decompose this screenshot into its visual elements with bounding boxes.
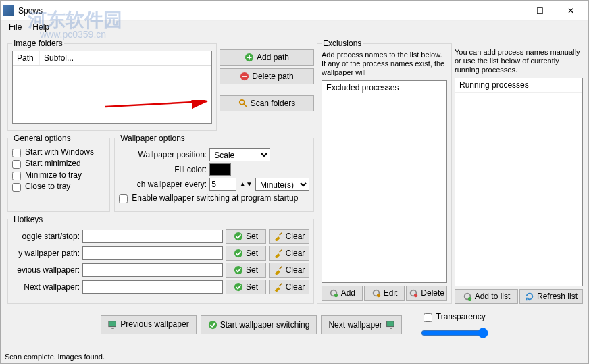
hk-copy-set[interactable]: Set [226,246,266,261]
exclusions-desc: Add process names to the list below. If … [322,51,447,78]
general-options-group: General options Start with Windows Start… [7,134,110,212]
svg-point-14 [414,293,417,296]
hk-copy-input[interactable] [82,246,223,260]
hk-toggle-label: oggle start/stop: [12,232,80,241]
col-path[interactable]: Path [13,51,40,65]
running-desc: You can add process names manually or us… [455,48,583,75]
close-button[interactable]: ✕ [555,1,586,20]
status-bar: Scan complete. images found. [1,351,588,363]
general-legend: General options [12,134,72,143]
broom-icon [274,282,283,292]
hk-toggle-set[interactable]: Set [226,229,266,244]
svg-rect-17 [109,321,116,327]
hotkeys-group: Hotkeys oggle start/stop: Set Clear y wa… [7,215,314,304]
monitor-prev-icon [108,320,118,330]
maximize-button[interactable]: ☐ [525,1,555,20]
check-icon [234,282,243,292]
svg-point-7 [234,266,242,274]
monitor-next-icon [385,320,394,330]
plus-icon [245,53,254,62]
running-group: You can add process names manually or us… [455,38,583,304]
interval-spinner[interactable] [209,178,236,191]
svg-point-18 [209,321,217,329]
add-path-button[interactable]: Add path [220,49,314,66]
app-icon [3,5,14,16]
hk-prev-input[interactable] [82,263,223,277]
titlebar: Spews ─ ☐ ✕ [1,1,588,21]
check-icon [234,232,243,241]
enable-startup-checkbox[interactable] [119,194,128,203]
excl-add-button[interactable]: Add [322,286,363,301]
start-switching-button[interactable]: Start wallpaper switching [201,315,317,334]
svg-point-5 [234,232,242,240]
start-windows-checkbox[interactable] [12,149,21,157]
check-icon [234,249,243,258]
hk-prev-clear[interactable]: Clear [269,263,309,278]
exclusions-group: Exclusions Add process names to the list… [317,38,452,304]
start-minimized-checkbox[interactable] [12,160,21,169]
wallpaper-options-group: Wallpaper options Wallpaper position: Sc… [114,134,314,212]
minimize-tray-checkbox[interactable] [12,172,21,180]
folder-list[interactable]: Path Subfol... [12,51,212,124]
excluded-list[interactable]: Excluded processes [322,80,447,283]
hk-copy-clear[interactable]: Clear [269,246,309,261]
image-folders-legend: Image folders [12,38,64,48]
fill-label: Fill color: [119,165,207,174]
svg-point-8 [234,283,242,291]
menu-help[interactable]: Help [27,21,55,34]
transparency-slider[interactable] [421,328,488,338]
hk-next-set[interactable]: Set [226,280,266,294]
svg-rect-19 [386,321,394,327]
next-wallpaper-button[interactable]: Next wallpaper [321,315,401,334]
refresh-icon [525,292,534,301]
hk-copy-label: y wallpaper path: [12,249,80,258]
search-icon [238,99,248,108]
hk-prev-set[interactable]: Set [226,263,266,278]
menu-file[interactable]: File [3,21,27,34]
broom-icon [274,249,283,258]
transparency-label: Transparency [436,312,486,321]
check-icon [234,265,243,275]
window-title: Spews [18,6,494,16]
position-label: Wallpaper position: [119,150,207,159]
minus-icon [240,72,249,81]
excluded-header[interactable]: Excluded processes [322,81,446,95]
hk-toggle-input[interactable] [82,230,223,243]
gear-add-icon [463,292,472,301]
hk-next-clear[interactable]: Clear [269,280,309,294]
excl-delete-button[interactable]: Delete [406,286,447,301]
transparency-checkbox[interactable] [424,313,432,322]
hk-toggle-clear[interactable]: Clear [269,229,309,244]
prev-wallpaper-button[interactable]: Previous wallpaper [101,315,196,334]
position-select[interactable]: Scale [209,148,270,161]
check-icon [208,320,217,330]
interval-unit-select[interactable]: Minute(s) [255,178,309,191]
running-header[interactable]: Running processes [455,78,582,93]
minimize-button[interactable]: ─ [494,1,525,20]
svg-point-16 [468,296,471,300]
hk-next-label: Next wallpaper: [12,282,80,292]
scan-folders-button[interactable]: Scan folders [220,95,314,111]
svg-point-6 [234,249,242,257]
hk-prev-label: evious wallpaper: [12,265,80,275]
svg-point-12 [377,293,380,296]
running-list[interactable]: Running processes [455,78,583,286]
hotkeys-legend: Hotkeys [12,215,44,224]
delete-path-button[interactable]: Delete path [220,68,314,84]
image-folders-group: Image folders Path Subfol... [7,38,217,131]
svg-point-4 [239,100,244,105]
col-subfolders[interactable]: Subfol... [40,51,78,65]
hk-next-input[interactable] [82,280,223,294]
add-to-list-button[interactable]: Add to list [455,289,518,304]
close-tray-checkbox[interactable] [12,183,21,192]
fill-color-picker[interactable] [209,163,231,176]
gear-edit-icon [372,288,381,298]
svg-point-10 [334,293,338,296]
gear-delete-icon [409,288,418,298]
exclusions-legend: Exclusions [322,38,363,48]
broom-icon [274,232,283,241]
excl-edit-button[interactable]: Edit [364,286,405,301]
gear-plus-icon [329,288,338,298]
refresh-list-button[interactable]: Refresh list [519,289,583,304]
menubar: File Help [1,21,588,34]
